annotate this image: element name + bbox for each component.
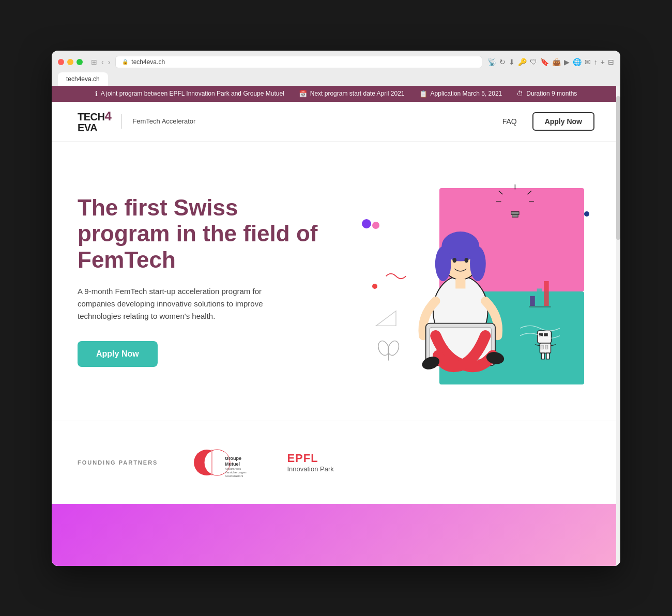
svg-line-4 — [527, 191, 531, 194]
timer-icon: ⏱ — [516, 90, 523, 98]
svg-marker-35 — [376, 311, 396, 326]
svg-rect-9 — [537, 288, 542, 306]
svg-text:Assurances: Assurances — [225, 467, 241, 470]
svg-point-18 — [464, 257, 468, 263]
calendar-icon: 📅 — [299, 90, 307, 98]
hero-description: A 9-month FemTech start-up acceleration … — [78, 285, 284, 322]
svg-rect-8 — [530, 296, 535, 305]
email-icon[interactable]: ✉ — [585, 58, 591, 66]
woman-illustration — [346, 173, 594, 390]
banner-item-joint: ℹ A joint program between EPFL Innovatio… — [95, 90, 284, 98]
info-icon: ℹ — [95, 90, 98, 98]
browser-window: ⊞ ‹ › 🔒 tech4eva.ch 📡 ↻ ⬇ 🔑 🛡 🔖 👜 ▶ 🌐 ✉ … — [52, 51, 620, 566]
svg-rect-2 — [512, 214, 518, 217]
play-icon[interactable]: ▶ — [564, 58, 570, 66]
logo-area: TECH4 EVA FemTech Accelerator — [78, 110, 195, 133]
svg-rect-31 — [541, 353, 544, 359]
epfl-subtitle: Innovation Park — [287, 465, 333, 473]
hero-illustration — [346, 173, 594, 390]
banner-item-duration: ⏱ Duration 9 months — [516, 90, 577, 98]
address-bar[interactable]: 🔒 tech4eva.ch — [115, 56, 482, 68]
hero-text: The first Swiss program in the field of … — [78, 195, 326, 367]
svg-rect-27 — [544, 333, 548, 336]
plus-icon[interactable]: + — [601, 58, 605, 66]
hero-title: The first Swiss program in the field of … — [78, 195, 326, 273]
nav-links: FAQ Apply Now — [502, 112, 594, 131]
banner-text-joint: A joint program between EPFL Innovation … — [101, 90, 284, 97]
close-button[interactable] — [58, 59, 64, 65]
refresh-icon[interactable]: ↻ — [499, 58, 506, 66]
footer-gradient — [52, 504, 620, 566]
svg-text:Versicherungen: Versicherungen — [225, 471, 247, 474]
banner-item-application: 📋 Application March 5, 2021 — [419, 90, 502, 98]
svg-line-6 — [499, 191, 503, 194]
page-content: ℹ A joint program between EPFL Innovatio… — [52, 86, 620, 566]
apply-now-hero-button[interactable]: Apply Now — [78, 341, 158, 367]
scrollbar-thumb[interactable] — [616, 96, 620, 240]
titlebar: ⊞ ‹ › 🔒 tech4eva.ch 📡 ↻ ⬇ 🔑 🛡 🔖 👜 ▶ 🌐 ✉ … — [58, 56, 614, 68]
logo-subtitle: FemTech Accelerator — [132, 117, 195, 125]
hero-section: The first Swiss program in the field of … — [52, 142, 620, 421]
bookmark-icon[interactable]: 🔖 — [540, 58, 549, 66]
clipboard-icon: 📋 — [419, 90, 427, 98]
svg-point-16 — [470, 246, 486, 281]
svg-point-17 — [452, 257, 456, 263]
partners-section: FOUNDING PARTNERS Groupe Mutuel Assuranc… — [52, 421, 620, 504]
epfl-name: EPFL — [287, 452, 333, 465]
nav-arrows: ⊞ ‹ › — [91, 58, 110, 66]
site-logo: TECH4 EVA — [78, 110, 111, 133]
banner-text-application: Application March 5, 2021 — [431, 90, 502, 97]
maximize-button[interactable] — [77, 59, 83, 65]
logo-tech: TECH — [78, 111, 104, 122]
url-text: tech4eva.ch — [131, 58, 165, 66]
svg-line-34 — [551, 344, 556, 345]
svg-rect-29 — [541, 345, 543, 349]
svg-rect-32 — [546, 353, 549, 359]
tab-title: tech4eva.ch — [66, 75, 100, 83]
groupe-mutuel-svg: Groupe Mutuel Assurances Versicherungen … — [189, 447, 256, 478]
svg-rect-10 — [544, 281, 549, 306]
epfl-logo: EPFL Innovation Park — [287, 452, 333, 473]
toolbar-icons: 📡 ↻ ⬇ 🔑 🛡 🔖 👜 ▶ 🌐 ✉ ↑ + ⊟ — [487, 58, 614, 66]
partners-label: FOUNDING PARTNERS — [78, 459, 158, 466]
svg-text:Assicurazioni: Assicurazioni — [225, 474, 243, 478]
browser-chrome: ⊞ ‹ › 🔒 tech4eva.ch 📡 ↻ ⬇ 🔑 🛡 🔖 👜 ▶ 🌐 ✉ … — [52, 51, 620, 86]
svg-rect-30 — [545, 345, 548, 349]
banner-text-start: Next program start date April 2021 — [310, 90, 405, 97]
wallet-icon[interactable]: 👜 — [552, 58, 561, 66]
scrollbar[interactable] — [616, 86, 620, 566]
share-icon[interactable]: ↑ — [594, 58, 598, 66]
page-body: ℹ A joint program between EPFL Innovatio… — [52, 86, 620, 566]
globe-icon[interactable]: 🌐 — [573, 58, 582, 66]
svg-text:Groupe: Groupe — [225, 456, 241, 461]
sidebar-icon[interactable]: ⊞ — [91, 58, 97, 66]
shield-icon[interactable]: 🛡 — [530, 58, 537, 66]
logo-divider — [121, 114, 122, 129]
banner-item-start: 📅 Next program start date April 2021 — [299, 90, 405, 98]
window-buttons — [58, 59, 83, 65]
browser-tabs: tech4eva.ch — [58, 72, 614, 86]
announcement-banner: ℹ A joint program between EPFL Innovatio… — [52, 86, 620, 102]
screenshare-icon[interactable]: 📡 — [487, 58, 496, 66]
svg-point-15 — [435, 246, 451, 281]
svg-line-33 — [535, 344, 540, 345]
download-icon[interactable]: ⬇ — [509, 58, 515, 66]
lock-icon: 🔒 — [122, 59, 128, 65]
svg-rect-25 — [538, 331, 552, 343]
svg-rect-19 — [455, 279, 465, 288]
apply-now-nav-button[interactable]: Apply Now — [532, 112, 594, 131]
svg-rect-1 — [511, 211, 519, 214]
banner-text-duration: Duration 9 months — [526, 90, 577, 97]
minimize-button[interactable] — [67, 59, 73, 65]
back-icon[interactable]: ‹ — [101, 58, 104, 66]
forward-icon[interactable]: › — [108, 58, 111, 66]
faq-link[interactable]: FAQ — [502, 117, 517, 126]
svg-text:Mutuel: Mutuel — [225, 461, 240, 467]
tabs-icon[interactable]: ⊟ — [608, 58, 614, 66]
groupe-mutuel-logo: Groupe Mutuel Assurances Versicherungen … — [189, 447, 256, 478]
password-icon[interactable]: 🔑 — [518, 58, 527, 66]
logo-eva: EVA — [78, 122, 97, 133]
logo-four: 4 — [104, 109, 111, 123]
main-nav: TECH4 EVA FemTech Accelerator FAQ Apply … — [52, 102, 620, 142]
active-tab[interactable]: tech4eva.ch — [58, 72, 108, 86]
